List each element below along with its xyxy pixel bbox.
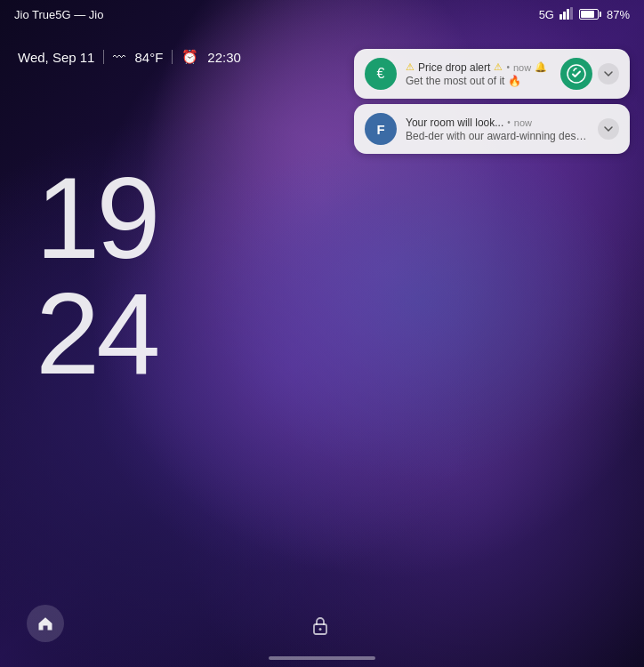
notif-expand-1[interactable] — [598, 63, 619, 84]
alarm-time: 22:30 — [207, 50, 241, 65]
datetime-bar: Wed, Sep 11 〰 84°F ⏰ 22:30 — [18, 49, 241, 65]
date-separator — [103, 50, 104, 64]
notif-expand-2[interactable] — [598, 118, 619, 140]
notif-content-2: Your room will look... • now Bed-der wit… — [406, 117, 589, 142]
battery-percent: 87% — [607, 8, 630, 21]
alarm-separator — [172, 50, 173, 64]
notif-time-1: now — [513, 62, 531, 73]
notif-app-icon-1: € — [365, 58, 397, 90]
date-text: Wed, Sep 11 — [18, 50, 94, 65]
notif-right-1 — [560, 58, 619, 90]
lock-icon[interactable] — [311, 615, 333, 642]
notif-time-2: now — [514, 117, 532, 128]
notif-right-2 — [598, 118, 619, 140]
clock-hour: 19 — [36, 160, 157, 276]
clock-display: 19 24 — [36, 160, 157, 391]
dot-sep-1: • — [506, 62, 510, 72]
cashback-icon — [560, 58, 592, 90]
svg-rect-2 — [567, 9, 569, 20]
svg-point-4 — [568, 65, 585, 83]
warning-icon-left: ⚠ — [406, 61, 415, 73]
notif-body-2: Bed-der with our award-winning desig... — [406, 130, 589, 142]
notif-content-1: ⚠ Price drop alert ⚠ • now 🔔 Get the mos… — [406, 61, 551, 87]
dot-sep-2: • — [507, 117, 511, 127]
svg-point-6 — [319, 628, 322, 631]
notif-body-1: Get the most out of it 🔥 — [406, 75, 551, 87]
svg-rect-3 — [570, 7, 573, 20]
notif-app-icon-2: F — [365, 113, 397, 145]
network-type: 5G — [539, 8, 554, 21]
notif-bell-1: 🔔 — [535, 61, 547, 73]
signal-icon — [559, 7, 574, 22]
svg-rect-1 — [563, 12, 566, 20]
notification-card-2[interactable]: F Your room will look... • now Bed-der w… — [354, 104, 630, 154]
notif-title-1: ⚠ Price drop alert ⚠ • now 🔔 — [406, 61, 551, 74]
svg-rect-0 — [559, 14, 562, 20]
clock-minute: 24 — [36, 276, 157, 391]
home-button[interactable] — [27, 605, 64, 642]
battery-icon — [579, 9, 601, 20]
alarm-icon: ⏰ — [181, 49, 198, 65]
warning-icon-right: ⚠ — [494, 61, 503, 73]
temp-text: 84°F — [134, 50, 163, 65]
notification-panel: € ⚠ Price drop alert ⚠ • now 🔔 Get the m… — [354, 49, 630, 154]
notif-title-2: Your room will look... • now — [406, 117, 589, 129]
notification-card-1[interactable]: € ⚠ Price drop alert ⚠ • now 🔔 Get the m… — [354, 49, 630, 99]
weather-icon: 〰 — [113, 50, 125, 64]
nav-indicator — [269, 656, 375, 660]
status-bar: Jio True5G — Jio 5G 87% — [0, 0, 644, 28]
carrier-text: Jio True5G — Jio — [14, 8, 103, 21]
status-indicators: 5G 87% — [539, 7, 630, 22]
